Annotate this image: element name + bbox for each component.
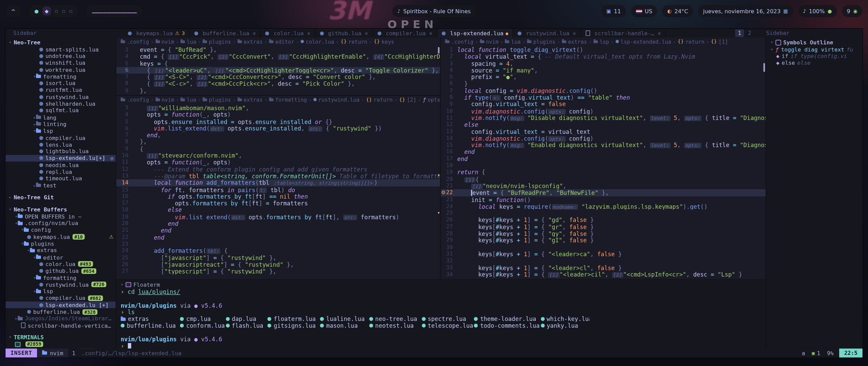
terminal-output[interactable]: › cd lua/plugins/ nvim/lua/plugins via ●…	[121, 288, 766, 349]
code-line[interactable]: 16 if opts.formatters_by_ft[ft] == nil t…	[116, 193, 440, 200]
code-line[interactable]: 13 config.virtual_text = virtual_text	[441, 128, 766, 135]
terminals-header[interactable]: ▾TERMINALS	[5, 334, 116, 341]
breadcrumb-nvim[interactable]: nvim	[155, 38, 174, 44]
tree-item-worktree-lua[interactable]: worktree.lua	[5, 66, 116, 73]
code-line[interactable]: 11 vim.notify(msg: "Disable diagnostics …	[441, 115, 766, 121]
tree-item-config-nvim-lua[interactable]: ▾.config/nvim/lua	[5, 220, 116, 227]
chevron-down-icon[interactable]: ▾	[27, 248, 30, 253]
breadcrumb-extras[interactable]: extras	[238, 97, 263, 103]
code-line[interactable]: 4 opts = function(_, opts)	[116, 111, 440, 118]
tree-item-bufferline-lua[interactable]: bufferline.lua#328	[5, 308, 116, 315]
code-line[interactable]: 7 end,	[116, 132, 440, 139]
breadcrumb-lua[interactable]: lua	[505, 38, 521, 44]
tab-keymaps-lua[interactable]: keymaps.lua⚠3	[123, 29, 190, 38]
code-line[interactable]: 3 [1]"williamboman/mason.nvim",	[116, 105, 440, 111]
breadcrumb-nvim[interactable]: nvim	[155, 97, 174, 103]
code-line[interactable]: 28 keys[#keys + 1] = { "gy", false }	[441, 230, 766, 237]
volume-widget[interactable]: ♪100%●	[798, 5, 837, 17]
tree-item-color-lua[interactable]: color.lua#493	[5, 261, 116, 267]
breadcrumb-extras[interactable]: extras	[238, 38, 263, 44]
neo-tree-buffers-header[interactable]: ▾Neo-Tree Buffers	[5, 206, 116, 213]
workspace-icon-1-icon[interactable]: ●	[34, 7, 39, 16]
code-buffer[interactable]: 3 [1]"williamboman/mason.nvim",4 opts = …	[116, 103, 440, 274]
tabpage-1[interactable]: 1	[735, 29, 744, 37]
breadcrumb-plugins[interactable]: plugins	[527, 38, 555, 44]
code-line[interactable]: 11 opts = function(_, opts)	[116, 159, 440, 166]
breadcrumb-1[interactable]: {}[1]	[711, 38, 728, 44]
tree-item-rustfmt-lua[interactable]: rustfmt.lua	[5, 87, 116, 94]
breadcrumb-lsp-extended-lua[interactable]: lsp-extended.lua	[616, 38, 671, 44]
code-line[interactable]: 33 keys[#keys + 1] = { "<leader>cl", fal…	[441, 264, 766, 271]
code-line[interactable]: 26 keys[#keys + 1] = { "gd", false }	[441, 217, 766, 223]
tree-item-neodim-lua[interactable]: neodim.lua	[5, 162, 116, 168]
workspace-switcher[interactable]: ●◆▫▫▫	[29, 5, 78, 17]
breadcrumb-config[interactable]: .config	[121, 38, 149, 44]
tab-rustywind-lua[interactable]: rustywind.lua×	[513, 29, 581, 38]
tree-item-lightbulb-lua[interactable]: lightbulb.lua	[5, 148, 116, 155]
tree-item-rustywind-lua[interactable]: rustywind.lua	[5, 94, 116, 100]
chevron-down-icon[interactable]: ▾	[771, 47, 773, 52]
editor-pane-lsp-extended-lua[interactable]: .config›nvim›lua›plugins›extras›lsp›lsp-…	[441, 38, 766, 279]
tree-item-formatting[interactable]: ▾formatting	[5, 73, 116, 80]
code-line[interactable]: 25 ["javascript"] = { "rustywind" },	[116, 254, 440, 261]
chevron-down-icon[interactable]: ▾	[15, 221, 18, 226]
code-line[interactable]: 23	[116, 241, 440, 247]
tree-item-sqlfmt-lua[interactable]: sqlfmt.lua	[5, 107, 116, 114]
close-icon[interactable]: ×	[307, 30, 310, 36]
code-line[interactable]: 5 opts.ensure_installed = opts.ensure_in…	[116, 118, 440, 125]
code-line[interactable]: 7 { [1]"<S-C>", [2]"<cmd>CccConvert<cr>"…	[116, 74, 440, 80]
chevron-down-icon[interactable]: ▾	[33, 255, 36, 260]
breadcrumb-2[interactable]: {}[2]	[399, 97, 416, 103]
workspace-icon-2-icon[interactable]: ◆	[42, 7, 51, 16]
code-line[interactable]: 24 add_formatters(tbl: {	[116, 247, 440, 254]
scrollbar-thumb[interactable]	[438, 47, 439, 54]
code-line[interactable]: 19 vim.list_extend(dst: opts.formatters_…	[116, 214, 440, 220]
tree-item-lang[interactable]: ▸lang	[5, 114, 116, 121]
tree-item-lsp[interactable]: ▾lsp	[5, 127, 116, 134]
code-line[interactable]: 18	[441, 162, 766, 169]
code-line[interactable]: 17 opts.formatters_by_ft[ft] = formatter…	[116, 200, 440, 207]
code-line[interactable]: 18 else	[116, 207, 440, 214]
close-icon[interactable]: ×	[365, 30, 368, 36]
tree-item-repl-lua[interactable]: repl.lua	[5, 168, 116, 175]
breadcrumb-plugins[interactable]: plugins	[203, 97, 231, 103]
tree-item-rustywind-lua[interactable]: rustywind.lua#726	[5, 281, 116, 288]
code-line[interactable]: 17end	[441, 155, 766, 162]
neo-tree-git-header[interactable]: ▸Neo-Tree Git	[5, 194, 116, 201]
code-line[interactable]: 14 vim.diagnostic.config(opts: config)	[441, 135, 766, 142]
window-title-field[interactable]: —————————	[86, 5, 142, 17]
code-line[interactable]: 13 ---@param tbl table<string, conform.F…	[116, 172, 440, 179]
floaterm-header[interactable]: ▾ Floaterm	[121, 281, 766, 288]
symbols-outline-header[interactable]: ▾ Symbols Outline	[766, 39, 863, 46]
breadcrumb-editor[interactable]: editor	[269, 38, 294, 44]
breadcrumb-config[interactable]: .config	[445, 38, 473, 44]
tree-item-open-buffers-in[interactable]: ▾OPEN BUFFERS in ~	[5, 213, 116, 220]
outline-item-if[interactable]: ◆ifif type(config.vi	[766, 53, 863, 60]
code-line[interactable]: 5 prefix = "●",	[441, 74, 766, 80]
code-line[interactable]: 6 { [1]"<leader>uC", [2]"<cmd>CccHighlig…	[116, 67, 440, 74]
tree-item-isort-lua[interactable]: isort.lua	[5, 80, 116, 87]
chevron-down-icon[interactable]: ▾	[33, 128, 36, 134]
code-line[interactable]: 8 },	[116, 139, 440, 145]
code-line[interactable]: 8 { [1]"<C-c>", [2]"<cmd>CccPick<cr>", d…	[116, 81, 440, 87]
code-line[interactable]: 3 event = { "BufRead" },	[116, 46, 440, 53]
code-line[interactable]: 15 for ft, formatters in pairs(t: tbl) d…	[116, 186, 440, 193]
tree-item-lsp-extended-lu[interactable]: lsp-extended.lu [+]	[5, 302, 116, 308]
code-line[interactable]: 9 config.virtual_text = false	[441, 101, 766, 108]
code-line[interactable]: 12 --- Extend the conform plugin config …	[116, 166, 440, 172]
workspace-icon-3-icon[interactable]: ▫	[55, 7, 58, 16]
tab-compiler-lua[interactable]: compiler.lua×	[373, 29, 437, 38]
breadcrumb-plugins[interactable]: plugins	[203, 38, 231, 44]
breadcrumb-color-lua[interactable]: color.lua	[301, 38, 334, 44]
code-line[interactable]: 4 source = "if_many",	[441, 67, 766, 74]
breadcrumb-rustywind-lua[interactable]: rustywind.lua	[313, 97, 359, 103]
code-line[interactable]: 27 ["typescript"] = { "rustywind" },	[116, 268, 440, 274]
tree-item-extras[interactable]: ▾extras	[5, 247, 116, 254]
tabpage-2[interactable]: 2	[745, 29, 754, 37]
music-widget[interactable]: ♪ Spiritbox - Rule Of Nines	[392, 5, 476, 17]
breadcrumb-lua[interactable]: lua	[181, 38, 196, 44]
scrollbar-thumb[interactable]	[763, 63, 765, 72]
code-line[interactable]: 22 end	[116, 234, 440, 241]
tree-item-config[interactable]: ▾config	[5, 227, 116, 233]
tree-item-keymaps-lua[interactable]: keymaps.lua#10⚠	[5, 233, 116, 240]
